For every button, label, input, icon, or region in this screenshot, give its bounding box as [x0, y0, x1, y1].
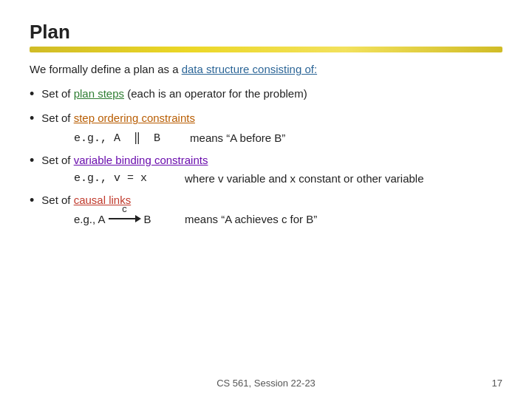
- causal-example-row: e.g., A c B means “A achieves c for B”: [74, 213, 502, 225]
- list-item: • Set of causal links e.g., A c B means …: [30, 192, 502, 225]
- title-underline: [30, 47, 502, 52]
- list-item: • Set of step ordering constraints e.g.,…: [30, 110, 502, 144]
- footer: CS 561, Session 22-23: [0, 378, 532, 389]
- list-item: • Set of plan steps (each is an operator…: [30, 86, 502, 103]
- bullet-dot: •: [30, 192, 34, 209]
- intro-text: We formally define a plan as a data stru…: [30, 63, 502, 75]
- bullet-row: • Set of step ordering constraints: [30, 110, 502, 127]
- example-meaning: where v variable and x constant or other…: [185, 172, 424, 185]
- causal-arrowhead: [135, 215, 141, 222]
- example-row: e.g., A ‖ B means “A before B”: [74, 131, 502, 145]
- footer-center: CS 561, Session 22-23: [216, 378, 316, 389]
- causal-label: c: [122, 205, 127, 215]
- bullet-row: • Set of plan steps (each is an operator…: [30, 86, 502, 103]
- footer-page: 17: [492, 378, 502, 389]
- bullet-text: Set of causal links: [41, 192, 131, 208]
- highlight-ordering: step ordering constraints: [74, 112, 195, 124]
- intro-prefix: We formally define a plan as a: [30, 63, 182, 75]
- bullet-dot: •: [30, 86, 34, 103]
- example-meaning: means “A before B”: [190, 132, 285, 144]
- causal-arrow: c: [109, 215, 141, 222]
- highlight-plan-steps: plan steps: [74, 87, 124, 100]
- bullet-dot: •: [30, 110, 34, 127]
- example-row: e.g., v = x where v variable and x const…: [74, 172, 502, 185]
- example-expr: e.g., v = x: [74, 172, 155, 185]
- intro-highlight: data structure consisting of:: [182, 63, 317, 75]
- title-area: Plan: [30, 21, 502, 52]
- example-expr: e.g., A ‖ B: [74, 131, 160, 145]
- list-item: • Set of variable binding constraints e.…: [30, 152, 502, 185]
- causal-line: [109, 218, 135, 219]
- bullet-text: Set of step ordering constraints: [41, 110, 195, 126]
- bullet-text: Set of variable binding constraints: [41, 152, 208, 168]
- bullet-dot: •: [30, 152, 34, 169]
- bullet-row: • Set of variable binding constraints: [30, 152, 502, 169]
- bullet-list: • Set of plan steps (each is an operator…: [30, 86, 502, 225]
- causal-expr: e.g., A c B: [74, 213, 155, 225]
- highlight-binding: variable binding constraints: [74, 154, 208, 166]
- causal-meaning: means “A achieves c for B”: [185, 213, 317, 225]
- slide: Plan We formally define a plan as a data…: [0, 0, 532, 399]
- bullet-text: Set of plan steps (each is an operator f…: [41, 86, 307, 101]
- slide-title: Plan: [30, 21, 502, 44]
- bullet-row: • Set of causal links: [30, 192, 502, 209]
